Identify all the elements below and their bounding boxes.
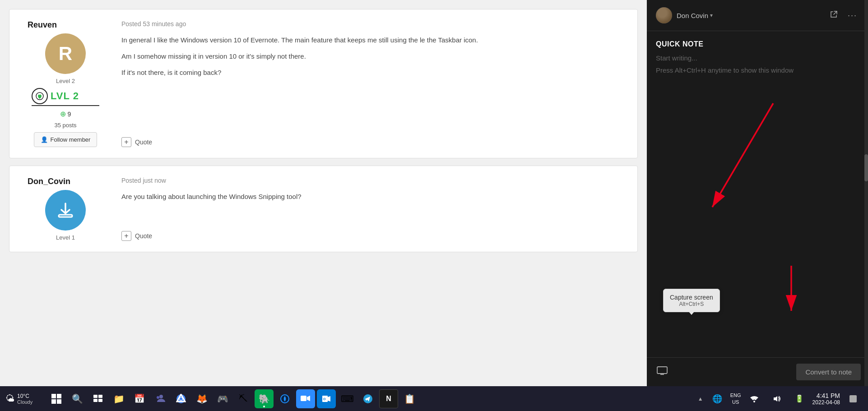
- ellipsis-icon: ···: [848, 11, 857, 20]
- language-button[interactable]: 🌐: [708, 389, 727, 408]
- chrome-button[interactable]: [172, 389, 190, 408]
- calendar-button[interactable]: 📅: [130, 389, 149, 408]
- post-meta-don: Posted just now: [121, 177, 627, 184]
- svg-point-16: [159, 395, 163, 398]
- post-don: Don_Covin Level 1 Posted just now Are yo…: [9, 166, 638, 252]
- note-writing-area[interactable]: Capture screen Alt+Ctrl+S: [647, 76, 868, 357]
- level-label-don: Level 1: [56, 234, 75, 241]
- task-view-button[interactable]: [88, 389, 107, 408]
- person-icon: 👤: [41, 136, 48, 143]
- panel-scrollbar[interactable]: [864, 0, 868, 386]
- telegram-button[interactable]: [358, 389, 377, 408]
- svg-rect-9: [57, 394, 61, 398]
- author-name-don: Don_Covin: [28, 177, 70, 186]
- weather-widget[interactable]: 🌤 10°C Cloudy: [5, 393, 42, 405]
- post-content-don: Posted just now Are you talking about la…: [121, 177, 627, 241]
- post-content-reuven: Posted 53 minutes ago In general I like …: [121, 20, 627, 147]
- main-area: Reuven R Level 2 LVL 2 ⊕ 9 35 po: [0, 0, 868, 386]
- quote-button-reuven[interactable]: + Quote: [121, 137, 627, 147]
- screen-capture-button[interactable]: [654, 363, 671, 381]
- notion-button[interactable]: N: [379, 389, 398, 408]
- svg-rect-27: [849, 395, 857, 402]
- quick-note-title: QUICK NOTE: [647, 31, 868, 52]
- svg-rect-11: [57, 399, 61, 404]
- quote-plus-icon-don: +: [121, 231, 131, 241]
- svg-point-26: [753, 401, 755, 402]
- svg-text:O: O: [323, 397, 326, 401]
- author-name-reuven: Reuven: [28, 20, 57, 30]
- level-label-reuven: Level 2: [56, 78, 75, 84]
- svg-rect-14: [93, 399, 97, 402]
- panel-scrollbar-thumb: [864, 154, 868, 181]
- svg-point-17: [157, 396, 159, 399]
- more-options-button[interactable]: ···: [846, 9, 859, 22]
- svg-rect-1: [59, 215, 72, 217]
- notification-button[interactable]: [844, 389, 863, 408]
- user-avatar: [656, 7, 672, 23]
- svg-point-20: [180, 397, 182, 400]
- level-badge-reuven: LVL 2: [32, 88, 99, 106]
- taskbar-right: ▲ 🌐 ENG US 🔋 4:41 P: [697, 389, 863, 408]
- forum-section: Reuven R Level 2 LVL 2 ⊕ 9 35 po: [0, 0, 647, 386]
- vpn-button[interactable]: [275, 389, 294, 408]
- evernote-taskbar-button[interactable]: 🐘: [255, 389, 274, 408]
- teams-button[interactable]: [151, 389, 170, 408]
- annotation-arrows: [647, 76, 868, 357]
- panel-bottom-toolbar: Convert to note: [647, 357, 868, 386]
- outlook-button[interactable]: O: [317, 389, 336, 408]
- author-section-reuven: Reuven R Level 2 LVL 2 ⊕ 9 35 po: [20, 20, 111, 147]
- convert-to-note-button[interactable]: Convert to note: [796, 364, 861, 380]
- post-body-reuven: In general I like the Windows version 10…: [121, 35, 627, 130]
- weather-icon: 🌤: [5, 393, 14, 404]
- post-reuven: Reuven R Level 2 LVL 2 ⊕ 9 35 po: [9, 9, 638, 158]
- level-icon-reuven: [32, 88, 48, 104]
- weather-info: 10°C Cloudy: [17, 393, 32, 405]
- post-body-don: Are you talking about launching the Wind…: [121, 191, 627, 224]
- avatar-don: [45, 190, 86, 231]
- panel-actions: ···: [828, 9, 859, 22]
- user-avatar-image: [656, 7, 672, 23]
- capture-tooltip-line2: Alt+Ctrl+S: [670, 301, 713, 307]
- show-hidden-icons-button[interactable]: ▲: [697, 389, 704, 408]
- level-text-reuven: LVL 2: [51, 90, 79, 102]
- taskbar-time[interactable]: 4:41 PM 2022-04-08: [812, 392, 840, 406]
- chevron-down-icon: ▾: [710, 12, 713, 18]
- user-name-button[interactable]: Don Covin ▾: [677, 12, 713, 19]
- user-info: Don Covin ▾: [656, 7, 713, 23]
- quote-plus-icon: +: [121, 137, 131, 147]
- file-explorer-button[interactable]: 📁: [109, 389, 128, 408]
- posts-count-reuven: 35 posts: [54, 122, 76, 129]
- svg-rect-8: [51, 394, 56, 398]
- karma-reuven: ⊕ 9: [60, 110, 71, 118]
- panel-header: Don Covin ▾ ···: [647, 0, 868, 31]
- search-taskbar-button[interactable]: 🔍: [68, 389, 87, 408]
- clipboard-button[interactable]: 📋: [400, 389, 419, 408]
- firefox-button[interactable]: 🦊: [192, 389, 211, 408]
- start-button[interactable]: [47, 389, 66, 408]
- svg-rect-22: [301, 396, 306, 401]
- follow-member-button[interactable]: 👤 Follow member: [34, 132, 97, 147]
- volume-button[interactable]: [767, 389, 786, 408]
- avatar-reuven: R: [45, 33, 86, 74]
- taskbar: 🌤 10°C Cloudy 🔍 📁 📅: [0, 386, 868, 411]
- quick-note-placeholder: Start writing... Press Alt+Ctrl+H anytim…: [647, 52, 868, 76]
- don-avatar-icon: [54, 199, 77, 222]
- keyboard-button[interactable]: ⌨: [338, 389, 357, 408]
- svg-rect-15: [98, 399, 102, 402]
- svg-rect-5: [657, 367, 667, 374]
- open-external-button[interactable]: [828, 9, 840, 22]
- svg-line-3: [712, 103, 773, 207]
- capture-tooltip-line1: Capture screen: [670, 294, 713, 301]
- capture-screen-tooltip: Capture screen Alt+Ctrl+S: [663, 289, 720, 312]
- post-meta-reuven: Posted 53 minutes ago: [121, 20, 627, 28]
- svg-rect-12: [93, 395, 97, 398]
- minecraft-button[interactable]: ⛏: [234, 389, 253, 408]
- quote-button-don[interactable]: + Quote: [121, 231, 627, 241]
- wifi-button[interactable]: [745, 389, 764, 408]
- svg-rect-10: [51, 399, 56, 404]
- xbox-button[interactable]: 🎮: [213, 389, 232, 408]
- language-indicator: ENG US: [730, 392, 741, 405]
- quick-note-panel: Don Covin ▾ ··· QUICK NOTE Start writing…: [647, 0, 868, 386]
- zoom-button[interactable]: [296, 389, 315, 408]
- battery-button[interactable]: 🔋: [790, 389, 809, 408]
